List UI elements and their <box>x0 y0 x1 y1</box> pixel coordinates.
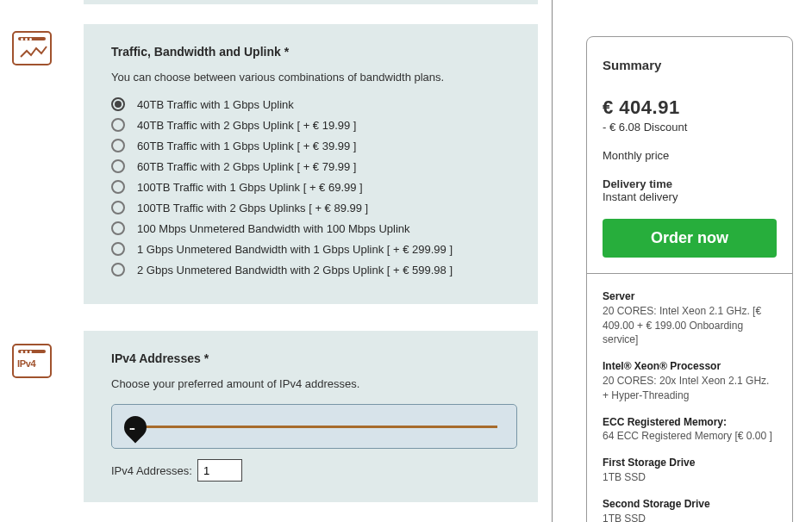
radio-icon <box>111 201 125 214</box>
radio-icon <box>111 242 125 256</box>
traffic-option-label: 1 Gbps Unmetered Bandwidth with 1 Gbps U… <box>137 243 453 256</box>
order-button[interactable]: Order now <box>603 219 777 258</box>
traffic-option[interactable]: 100TB Traffic with 1 Gbps Uplink [ + € 6… <box>111 180 517 194</box>
ipv4-title: IPv4 Addresses * <box>111 351 517 365</box>
traffic-option-label: 60TB Traffic with 2 Gbps Uplink [ + € 79… <box>137 160 356 173</box>
summary-item-detail: 20 CORES: 20x Intel Xeon 2.1 GHz. + Hype… <box>603 374 777 403</box>
traffic-option-label: 100TB Traffic with 2 Gbps Uplinks [ + € … <box>137 202 368 214</box>
summary-item: ECC Registered Memory:64 ECC Registered … <box>603 415 777 444</box>
radio-icon <box>111 180 125 194</box>
traffic-option-label: 2 Gbps Unmetered Bandwidth with 2 Gbps U… <box>137 264 453 277</box>
summary-item: Server20 CORES: Intel Xeon 2.1 GHz. [€ 4… <box>603 289 777 347</box>
traffic-title: Traffic, Bandwidth and Uplink * <box>111 45 517 59</box>
summary-items: Server20 CORES: Intel Xeon 2.1 GHz. [€ 4… <box>587 274 792 522</box>
summary-item: Second Storage Drive1TB SSD <box>603 497 777 522</box>
ipv4-slider-handle[interactable] <box>120 412 152 444</box>
traffic-card: Traffic, Bandwidth and Uplink * You can … <box>84 24 538 304</box>
ipv4-slider-track[interactable] <box>136 426 497 428</box>
traffic-option[interactable]: 2 Gbps Unmetered Bandwidth with 2 Gbps U… <box>111 263 517 277</box>
radio-icon <box>111 97 125 111</box>
radio-icon <box>111 118 125 132</box>
summary-item-detail: 20 CORES: Intel Xeon 2.1 GHz. [€ 409.00 … <box>603 304 777 347</box>
summary-item: Intel® Xeon® Processor20 CORES: 20x Inte… <box>603 359 777 402</box>
summary-item-detail: 64 ECC Registered Memory [€ 0.00 ] <box>603 429 777 444</box>
delivery-label: Delivery time <box>603 177 777 190</box>
bandwidth-icon <box>12 31 52 65</box>
summary-item-detail: 1TB SSD <box>603 512 777 522</box>
traffic-option-label: 40TB Traffic with 1 Gbps Uplink <box>137 98 294 111</box>
ipv4-desc: Choose your preferred amount of IPv4 add… <box>111 377 517 390</box>
delivery-value: Instant delivery <box>603 190 777 203</box>
radio-icon <box>111 263 125 277</box>
summary-item-title: ECC Registered Memory: <box>603 415 777 430</box>
traffic-option-label: 100TB Traffic with 1 Gbps Uplink [ + € 6… <box>137 181 363 194</box>
traffic-option[interactable]: 1 Gbps Unmetered Bandwidth with 1 Gbps U… <box>111 242 517 256</box>
ipv4-icon: IPv4 <box>12 344 52 378</box>
traffic-desc: You can choose between various combinati… <box>111 71 517 84</box>
vertical-divider <box>552 0 553 522</box>
summary-sidebar: Summary € 404.91 - € 6.08 Discount Month… <box>586 36 793 522</box>
radio-icon <box>111 139 125 152</box>
ipv4-input[interactable] <box>197 459 242 482</box>
ipv4-card: IPv4 Addresses * Choose your preferred a… <box>84 331 538 502</box>
traffic-option-label: 40TB Traffic with 2 Gbps Uplink [ + € 19… <box>137 119 356 132</box>
traffic-options: 40TB Traffic with 1 Gbps Uplink40TB Traf… <box>111 97 517 277</box>
ipv4-input-label: IPv4 Addresses: <box>111 464 192 477</box>
summary-heading: Summary <box>603 58 777 72</box>
traffic-option-label: 60TB Traffic with 1 Gbps Uplink [ + € 39… <box>137 140 356 152</box>
summary-item-title: Second Storage Drive <box>603 497 777 512</box>
summary-item: First Storage Drive1TB SSD <box>603 456 777 485</box>
ipv4-slider-box <box>111 404 517 449</box>
summary-item-detail: 1TB SSD <box>603 470 777 485</box>
traffic-option-label: 100 Mbps Unmetered Bandwidth with 100 Mb… <box>137 222 410 235</box>
traffic-option[interactable]: 40TB Traffic with 2 Gbps Uplink [ + € 19… <box>111 118 517 132</box>
summary-discount: - € 6.08 Discount <box>603 121 777 134</box>
radio-icon <box>111 159 125 173</box>
summary-item-title: First Storage Drive <box>603 456 777 470</box>
traffic-option[interactable]: 100TB Traffic with 2 Gbps Uplinks [ + € … <box>111 201 517 214</box>
radio-icon <box>111 221 125 235</box>
traffic-option[interactable]: 60TB Traffic with 2 Gbps Uplink [ + € 79… <box>111 159 517 173</box>
config-main: Traffic, Bandwidth and Uplink * You can … <box>0 0 552 522</box>
summary-monthly: Monthly price <box>603 149 777 162</box>
summary-item-title: Intel® Xeon® Processor <box>603 359 777 374</box>
summary-item-title: Server <box>603 289 777 304</box>
summary-price: € 404.91 <box>603 96 777 119</box>
traffic-option[interactable]: 60TB Traffic with 1 Gbps Uplink [ + € 39… <box>111 139 517 152</box>
traffic-option[interactable]: 100 Mbps Unmetered Bandwidth with 100 Mb… <box>111 221 517 235</box>
traffic-option[interactable]: 40TB Traffic with 1 Gbps Uplink <box>111 97 517 111</box>
